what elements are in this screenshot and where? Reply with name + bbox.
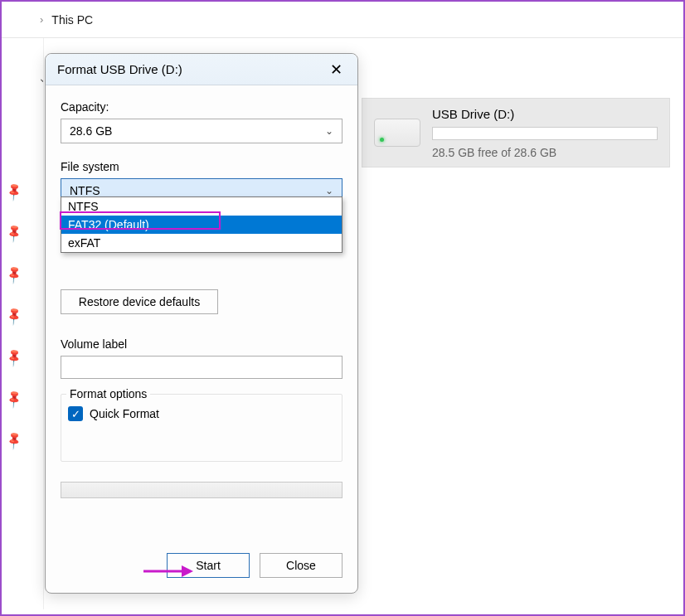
- chevron-down-icon: ⌄: [325, 185, 333, 196]
- breadcrumb-location[interactable]: This PC: [51, 13, 93, 27]
- drive-info: USB Drive (D:) 28.5 GB free of 28.6 GB: [432, 107, 658, 159]
- quick-format-label: Quick Format: [90, 407, 159, 420]
- pin-icon[interactable]: 📌: [3, 264, 25, 285]
- format-progress-bar: [61, 482, 342, 498]
- filesystem-value: NTFS: [70, 184, 100, 197]
- start-button[interactable]: Start: [167, 553, 250, 578]
- chevron-down-icon: ⌄: [325, 125, 333, 137]
- restore-defaults-button[interactable]: Restore device defaults: [61, 289, 218, 314]
- volume-label-text: Volume label: [61, 337, 342, 351]
- pin-icon[interactable]: 📌: [3, 347, 25, 368]
- drive-tile-usb[interactable]: USB Drive (D:) 28.5 GB free of 28.6 GB: [362, 98, 670, 167]
- close-icon[interactable]: ✕: [327, 61, 346, 79]
- close-button[interactable]: Close: [260, 553, 342, 578]
- filesystem-dropdown-list[interactable]: NTFS FAT32 (Default) exFAT: [61, 196, 342, 253]
- format-dialog: Format USB Drive (D:) ✕ Capacity: 28.6 G…: [45, 53, 358, 594]
- quick-access-rail: 📌 📌 📌 📌 📌 📌 📌: [7, 184, 22, 448]
- quick-format-checkbox[interactable]: ✓: [68, 406, 83, 421]
- drive-free-text: 28.5 GB free of 28.6 GB: [432, 146, 658, 159]
- pin-icon[interactable]: 📌: [3, 429, 25, 451]
- format-options-group: Format options ✓ Quick Format: [61, 394, 342, 462]
- filesystem-option-exfat[interactable]: exFAT: [61, 234, 342, 252]
- filesystem-option-fat32[interactable]: FAT32 (Default): [61, 216, 342, 234]
- capacity-combo[interactable]: 28.6 GB ⌄: [61, 119, 342, 143]
- pin-icon[interactable]: 📌: [3, 305, 25, 327]
- breadcrumb[interactable]: › This PC: [2, 2, 683, 38]
- drive-name: USB Drive (D:): [432, 107, 658, 121]
- pin-icon[interactable]: 📌: [3, 181, 25, 202]
- this-pc-icon: [13, 12, 32, 27]
- capacity-label: Capacity:: [61, 100, 342, 114]
- volume-label-input[interactable]: [61, 356, 342, 379]
- drive-capacity-bar: [432, 127, 658, 140]
- dialog-titlebar[interactable]: Format USB Drive (D:) ✕: [46, 54, 357, 85]
- drive-icon: [374, 119, 420, 147]
- filesystem-label: File system: [61, 160, 342, 173]
- filesystem-option-ntfs[interactable]: NTFS: [61, 197, 342, 216]
- pin-icon[interactable]: 📌: [3, 388, 25, 410]
- format-options-legend: Format options: [66, 387, 150, 400]
- pin-icon[interactable]: 📌: [3, 222, 25, 244]
- dialog-title-text: Format USB Drive (D:): [57, 62, 182, 76]
- capacity-value: 28.6 GB: [70, 124, 112, 138]
- chevron-right-icon: ›: [40, 13, 43, 26]
